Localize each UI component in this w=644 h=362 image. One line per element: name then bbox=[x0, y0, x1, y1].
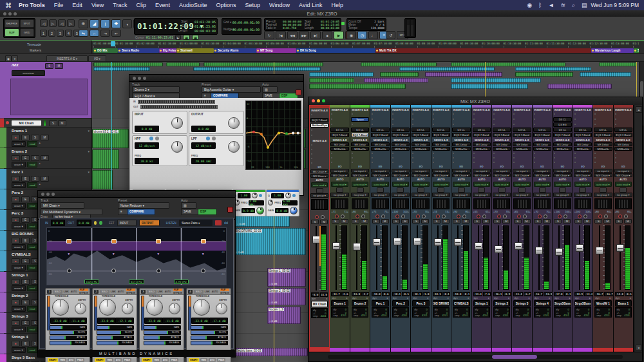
audio-clip-strings-1-05-02[interactable]: Strings 1_05-02↓ 0 dB bbox=[267, 268, 306, 287]
insert-empty[interactable] bbox=[432, 122, 450, 127]
volume-fader[interactable] bbox=[454, 238, 462, 246]
audio-clip[interactable] bbox=[547, 84, 612, 89]
automation-mode[interactable]: auto read ▾ bbox=[594, 182, 611, 187]
crossover-frequency[interactable]: 617.0 Hz bbox=[129, 280, 144, 284]
band-attack-slider[interactable]: ATTACK bbox=[97, 336, 134, 340]
timeline-link-icon[interactable]: ⊞ bbox=[183, 35, 190, 40]
band-solo-button[interactable]: SOLO bbox=[100, 290, 109, 294]
record-enable-button[interactable] bbox=[335, 214, 339, 218]
send-empty[interactable] bbox=[533, 151, 551, 155]
solo-button[interactable]: S bbox=[352, 219, 359, 224]
band-attack-slider[interactable]: ATTACK bbox=[50, 336, 87, 340]
send-empty[interactable] bbox=[533, 160, 551, 164]
send-mxbigvrb[interactable]: MXBigVrb bbox=[513, 147, 531, 151]
send-mxbigvrb[interactable]: MXBigVrb bbox=[452, 147, 470, 151]
marker-multi-trk-dx[interactable]: Multi Trk DX bbox=[375, 48, 591, 53]
volume-value[interactable]: -13.4 bbox=[513, 292, 522, 296]
insert-eq3-7-band[interactable]: EQ3 7-Band bbox=[533, 133, 551, 137]
audio-clip[interactable] bbox=[451, 78, 541, 82]
group-selector[interactable]: no group ▾ bbox=[351, 193, 369, 197]
insert-empty[interactable] bbox=[614, 117, 632, 122]
input-monitor-button[interactable] bbox=[341, 214, 345, 218]
track-options-icon[interactable]: ◉ bbox=[5, 55, 12, 62]
automation-mode[interactable]: auto read ▾ bbox=[372, 182, 388, 187]
solo-button[interactable]: S bbox=[332, 219, 339, 224]
window-controls[interactable] bbox=[133, 77, 146, 80]
band-solo-button[interactable]: SOLO bbox=[194, 290, 204, 294]
insert-eq3-7-band[interactable]: EQ3 7-Band bbox=[473, 133, 491, 137]
insert-empty[interactable] bbox=[574, 112, 592, 117]
send-empty[interactable] bbox=[392, 160, 410, 164]
send-empty[interactable] bbox=[614, 160, 632, 164]
track-name[interactable]: Perc 1 bbox=[372, 300, 388, 307]
mute-button[interactable]: M bbox=[563, 219, 571, 224]
mb-input-gain-value[interactable]: 0.0 dB bbox=[51, 220, 66, 226]
volume-fader[interactable] bbox=[332, 242, 340, 250]
output-selector[interactable]: MX Chain ▾ bbox=[392, 173, 410, 177]
solo-button[interactable]: S bbox=[433, 219, 440, 224]
input-monitor-button[interactable] bbox=[624, 214, 628, 218]
mute-button[interactable]: M bbox=[320, 220, 328, 224]
input-selector[interactable]: no input ▾ bbox=[412, 169, 430, 173]
group-selector[interactable]: no group ▾ bbox=[533, 193, 551, 197]
insert-eq3-7-band[interactable]: EQ3 7-Band bbox=[574, 133, 592, 137]
insert-empty[interactable] bbox=[330, 112, 348, 117]
send-empty[interactable] bbox=[574, 160, 592, 164]
band-release-slider[interactable]: RELEASE bbox=[50, 341, 87, 345]
send-empty[interactable] bbox=[473, 151, 491, 155]
fade-in-label[interactable]: Fade-in bbox=[266, 26, 276, 30]
volume-value[interactable]: -10.8 bbox=[453, 292, 462, 296]
volume-fader[interactable] bbox=[475, 242, 482, 250]
band-mode-peak[interactable]: PEAK bbox=[123, 358, 131, 362]
automation-mode[interactable]: auto read ▾ bbox=[412, 182, 429, 187]
insert-empty[interactable] bbox=[371, 112, 389, 117]
input-button[interactable]: E bbox=[21, 238, 30, 243]
track-view-select[interactable]: wave ▾ bbox=[12, 327, 26, 332]
record-enable-button[interactable] bbox=[477, 214, 480, 218]
band-mode-avg[interactable]: AVG bbox=[162, 358, 169, 362]
lpf-knob[interactable] bbox=[228, 141, 240, 153]
insert-empty[interactable] bbox=[371, 122, 389, 127]
band-mode-avg[interactable]: AVG bbox=[115, 358, 122, 362]
mute-button[interactable]: M bbox=[401, 219, 409, 224]
band-mode-peak[interactable]: PEAK bbox=[76, 358, 84, 362]
send-empty[interactable] bbox=[371, 151, 389, 155]
input-selector[interactable]: no input ▾ bbox=[330, 169, 348, 173]
zoom-arrow-0[interactable]: ◁ bbox=[40, 19, 48, 27]
track-name[interactable]: Drums 1 bbox=[331, 300, 348, 307]
insert-d3-cl[interactable]: D3 CL bbox=[452, 128, 470, 132]
mode-grid[interactable]: GRID bbox=[20, 28, 35, 37]
audio-clip[interactable] bbox=[515, 72, 573, 77]
insert-empty[interactable] bbox=[392, 117, 410, 122]
timecode-ruler-label[interactable]: Timecode bbox=[27, 43, 41, 46]
send-empty[interactable] bbox=[452, 151, 470, 155]
send-empty[interactable] bbox=[310, 148, 328, 151]
track-name[interactable]: Strings 1 bbox=[473, 300, 490, 307]
pan-window-button[interactable] bbox=[579, 187, 586, 193]
input-value[interactable]: 0.0 dB bbox=[135, 126, 159, 132]
track-drums-2[interactable]: Drums 2▾ ●ESM wave ▾ read ▴ bbox=[4, 148, 91, 169]
send-empty[interactable] bbox=[371, 156, 389, 160]
insert-empty[interactable] bbox=[392, 112, 410, 117]
insert-empty[interactable] bbox=[533, 117, 551, 122]
volume-value[interactable]: -13.8 bbox=[352, 292, 361, 296]
search-icon[interactable]: ⌕ bbox=[572, 2, 575, 9]
group-selector[interactable]: no group ▾ bbox=[574, 193, 592, 197]
group-selector[interactable]: no group ▾ bbox=[513, 193, 531, 197]
group-selector[interactable]: no group ▾ bbox=[310, 193, 328, 198]
insert-empty[interactable] bbox=[553, 112, 571, 117]
output-knob[interactable] bbox=[228, 117, 240, 129]
send-mx-delay[interactable]: MX Delay bbox=[594, 142, 612, 146]
marker-sound-d[interactable]: Sound D bbox=[634, 48, 639, 53]
group-selector[interactable]: no group ▾ bbox=[594, 193, 612, 197]
peak-value[interactable]: -1.8 bbox=[422, 292, 430, 296]
send-mxbigvrb[interactable]: MXBigVrb bbox=[493, 147, 511, 151]
record-enable-button[interactable] bbox=[355, 214, 359, 218]
pan-window-button[interactable] bbox=[518, 187, 526, 193]
hpf-value[interactable]: 20.0 Hz bbox=[135, 158, 159, 164]
send-mxbigvrb[interactable]: MXBigVrb bbox=[412, 147, 430, 151]
band-gain-slider[interactable]: GAIN bbox=[191, 325, 228, 330]
input-monitor-button[interactable] bbox=[482, 214, 486, 218]
audio-clip[interactable] bbox=[309, 78, 354, 82]
insert-empty[interactable] bbox=[513, 122, 531, 127]
